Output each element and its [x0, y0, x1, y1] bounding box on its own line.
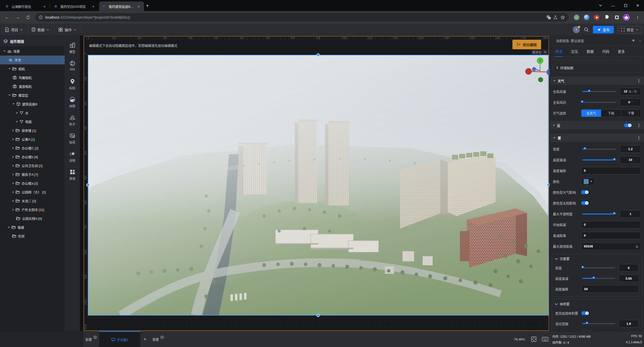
- library-item-gis[interactable]: GIS: [65, 59, 80, 77]
- fog-section-header[interactable]: 雾: [550, 134, 644, 142]
- tree-item-bird-camera[interactable]: 鸟瞰相机: [0, 73, 65, 82]
- browser-tab-2[interactable]: 我的空白GIS项目 ×: [51, 2, 99, 11]
- browser-menu-kebab-icon[interactable]: [634, 14, 641, 21]
- browser-tab-1[interactable]: 山海鲸可视化 ×: [2, 2, 50, 11]
- fit-view-icon[interactable]: [529, 331, 538, 347]
- wind-direction-slider[interactable]: [582, 102, 616, 103]
- publish-button[interactable]: 发布: [593, 26, 614, 33]
- library-item-animation[interactable]: 动效: [65, 149, 80, 167]
- fog-max-opacity-value[interactable]: 1: [620, 210, 641, 218]
- new-tab-button[interactable]: +: [144, 3, 151, 10]
- volume-fog-extinction-slider[interactable]: [582, 323, 615, 324]
- scene-3d-view[interactable]: 鲸孪生: [88, 55, 548, 315]
- fog-falloff-distance-input[interactable]: [581, 232, 641, 239]
- selection-handle-bottom[interactable]: [316, 314, 320, 317]
- secondary-fog-height-falloff-value[interactable]: 3.65: [619, 275, 639, 282]
- caret-right-icon[interactable]: [13, 138, 14, 140]
- library-item-plot[interactable]: 标绘: [65, 77, 80, 95]
- caret-right-icon[interactable]: [13, 165, 14, 167]
- shortcut-keyboard-icon[interactable]: [540, 331, 550, 347]
- caret-down-icon[interactable]: [9, 68, 11, 69]
- menu-data[interactable]: 数据: [26, 24, 54, 36]
- secondary-fog-height-falloff-slider[interactable]: [582, 278, 615, 279]
- caret-right-icon[interactable]: [13, 173, 14, 176]
- cloud-section-header[interactable]: 云: [550, 121, 644, 129]
- caret-down-icon[interactable]: [4, 51, 6, 52]
- menu-project[interactable]: 项目: [0, 24, 28, 36]
- tab-more[interactable]: 更多: [618, 46, 625, 57]
- tree-item-ground[interactable]: 地面: [0, 117, 65, 126]
- screen-tab-active[interactable]: 子大屏1: [99, 331, 140, 347]
- tree-item-cameras-folder[interactable]: 相机: [0, 64, 65, 73]
- caret-right-icon[interactable]: [13, 191, 14, 193]
- extension-blue-icon[interactable]: [583, 14, 590, 21]
- fog-height-offset-input[interactable]: [581, 167, 641, 175]
- fog-max-opacity-slider[interactable]: [582, 213, 616, 214]
- tree-item-water[interactable]: 水: [0, 108, 65, 117]
- weather-section-header[interactable]: 天气: [550, 76, 644, 85]
- cloud-toggle[interactable]: [624, 123, 632, 127]
- window-close-icon[interactable]: ✕: [632, 0, 643, 11]
- tree-item-dorm[interactable]: 宿舍楼 [1]: [0, 126, 65, 135]
- tab-close-icon[interactable]: ×: [42, 4, 47, 9]
- tab-search-icon[interactable]: [595, 0, 606, 11]
- secondary-fog-density-value[interactable]: 0: [619, 264, 639, 272]
- secondary-fog-header[interactable]: 次要雾: [553, 254, 641, 263]
- add-foreground-icon[interactable]: [94, 336, 97, 339]
- extension-square-icon[interactable]: [613, 14, 620, 21]
- menu-actions[interactable]: 操作: [54, 24, 82, 36]
- background-tab[interactable]: 背景: [150, 331, 166, 347]
- library-item-model[interactable]: 模型: [65, 41, 80, 59]
- secondary-fog-density-slider[interactable]: [582, 267, 615, 268]
- edit-mode-viewport[interactable]: 0 100 200 300 400 500 600 700 800 900 10…: [84, 36, 549, 331]
- tree-item-pool-two[interactable]: 水池二 [2]: [0, 196, 65, 205]
- add-state-icon[interactable]: +: [632, 38, 635, 44]
- fog-height-falloff-slider[interactable]: [582, 159, 616, 160]
- tree-item-model-layer[interactable]: 模型层: [0, 91, 65, 100]
- zoom-level[interactable]: 76.46%: [511, 331, 528, 347]
- extension-green-icon[interactable]: [573, 14, 580, 21]
- tab-interaction[interactable]: 交互: [571, 46, 578, 57]
- extension-red-icon[interactable]: [593, 14, 600, 21]
- user-avatar[interactable]: t: [573, 26, 580, 33]
- secondary-fog-height-offset-input[interactable]: [581, 285, 639, 293]
- tab-close-icon[interactable]: ×: [136, 4, 141, 9]
- library-item-decal[interactable]: 贴花: [65, 131, 80, 149]
- preview-button[interactable]: 预览: [618, 26, 641, 33]
- wind-direction-value[interactable]: 0°: [620, 99, 641, 106]
- tab-code[interactable]: 代码: [602, 46, 609, 57]
- kebab-menu-icon[interactable]: [637, 136, 640, 140]
- exit-edit-button[interactable]: 退出编辑: [512, 40, 541, 49]
- selection-handle-left[interactable]: [86, 183, 90, 187]
- back-icon[interactable]: ←: [3, 13, 11, 21]
- window-minimize-icon[interactable]: —: [607, 0, 619, 11]
- selection-handle-top[interactable]: [316, 53, 320, 57]
- fog-density-slider[interactable]: [582, 149, 616, 150]
- wind-speed-value[interactable]: 10米 / 秒: [620, 88, 641, 95]
- site-info-icon[interactable]: [39, 15, 43, 19]
- chevron-right-icon[interactable]: ›: [639, 39, 640, 42]
- tree-item-low-house-a[interactable]: 矮房子A [7]: [0, 170, 65, 179]
- caret-right-icon[interactable]: [17, 112, 18, 114]
- url-text[interactable]: localhost:42224/#/project/layer?projectI…: [45, 15, 544, 19]
- fog-sun-toggle[interactable]: [581, 201, 589, 205]
- fog-color-picker[interactable]: [581, 178, 595, 185]
- forward-icon[interactable]: →: [14, 13, 22, 21]
- foreground-tab[interactable]: 前景: [83, 331, 99, 347]
- browser-tab-3-active[interactable]: 我的建筑底座B（视觉优先） ×: [99, 2, 144, 11]
- caret-right-icon[interactable]: [13, 182, 14, 184]
- volume-fog-extinction-value[interactable]: 1.9: [619, 320, 639, 327]
- window-maximize-icon[interactable]: [620, 0, 631, 11]
- translate-icon[interactable]: Gg: [546, 15, 551, 20]
- tree-item-umbrella[interactable]: 户外太阳伞 [11]: [0, 205, 65, 214]
- share-icon[interactable]: [553, 15, 558, 20]
- volume-fog-header[interactable]: 体积雾: [553, 300, 641, 308]
- address-bar[interactable]: localhost:42224/#/project/layer?projectI…: [35, 13, 569, 22]
- tree-item-scene[interactable]: 场景: [0, 47, 65, 56]
- fog-start-distance-input[interactable]: [581, 221, 641, 229]
- tree-item-building-base-b[interactable]: 建筑底座B: [0, 100, 65, 108]
- caret-right-icon[interactable]: [17, 121, 18, 123]
- caret-down-icon[interactable]: [13, 103, 15, 105]
- extensions-puzzle-icon[interactable]: [603, 14, 610, 21]
- refresh-icon[interactable]: [24, 13, 32, 21]
